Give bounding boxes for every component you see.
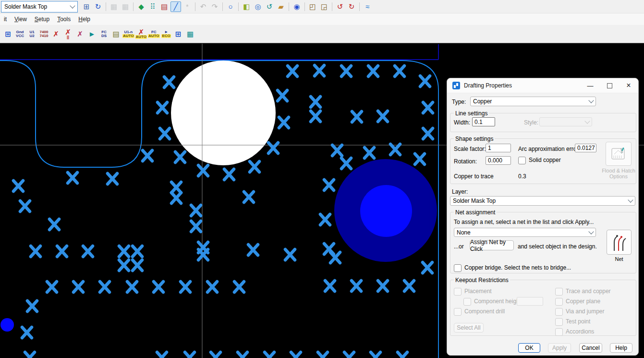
rotate-icon[interactable]: ↺ [264, 1, 275, 12]
arc-error-input[interactable]: 0.0127 [575, 144, 596, 152]
solid-copper-checkbox[interactable]: Solid copper [518, 157, 561, 164]
gnd-vcc-icon[interactable]: GndVCC [14, 28, 25, 40]
x-auto-icon[interactable]: ✗AUTO [135, 28, 147, 40]
placement-label: Placement [464, 288, 492, 295]
net-button[interactable] [607, 230, 632, 255]
chevron-down-icon [628, 197, 633, 202]
checkbox-icon [454, 308, 462, 316]
menu-view[interactable]: View [11, 14, 31, 24]
or-label: ...or [454, 243, 464, 250]
net-combo[interactable]: None [454, 228, 596, 237]
assign-net-by-click-button[interactable]: Assign Net by Click [470, 240, 514, 250]
menu-edit-partial[interactable]: it [0, 14, 11, 24]
restore-state-icon[interactable]: ▦ [120, 1, 131, 12]
fc-ds-icon[interactable]: FCDS [98, 28, 109, 40]
eco-icon[interactable]: ►ECO [161, 28, 172, 40]
table-icon[interactable]: ▦ [185, 28, 196, 40]
snap-grid-icon[interactable]: * [182, 1, 193, 12]
solid-copper-label: Solid copper [529, 157, 561, 163]
accordions-checkbox[interactable]: Accordions [555, 328, 594, 336]
zoom-selection-icon[interactable]: ◎ [253, 1, 263, 12]
grid-plus-icon[interactable]: ⊞ [173, 28, 184, 40]
sphere-icon[interactable]: ◉ [292, 1, 302, 12]
window-tile-icon[interactable]: ◲ [319, 1, 329, 12]
type-combo[interactable]: Copper [470, 97, 596, 106]
scale-factor-input[interactable]: 1 [486, 144, 511, 152]
width-input[interactable]: 0.1 [472, 117, 495, 126]
net-instruction-text: To assign a net, select a net in the lis… [454, 219, 594, 225]
rotation-label: Rotation: [454, 158, 477, 165]
accordions-label: Accordions [566, 328, 594, 335]
fc-auto-icon[interactable]: FCAUTO [148, 28, 160, 40]
ok-button[interactable]: OK [518, 343, 540, 353]
maximize-button[interactable] [600, 78, 619, 93]
layers-icon[interactable]: ▤ [159, 1, 170, 12]
component-icon[interactable]: ◆ [136, 1, 146, 12]
net-assignment-label: Net assignment [454, 209, 497, 216]
flood-hatch-button [606, 142, 632, 166]
delete-net-icon[interactable]: ✗ [50, 28, 61, 40]
copper-plane-label: Copper plane [566, 298, 600, 305]
checkbox-icon [555, 308, 563, 316]
7400-7410-icon[interactable]: 74007410 [38, 28, 49, 40]
place-line-icon[interactable]: ╱ [170, 1, 181, 12]
cancel-button[interactable]: Cancel [579, 343, 602, 353]
style-label: Style: [524, 119, 538, 126]
width-value: 0.1 [474, 119, 483, 125]
measure-q2-icon[interactable]: ↻ [346, 1, 357, 12]
layer-combo[interactable]: Solder Mask Top [450, 196, 635, 206]
u1n-auto-icon[interactable]: U1-nAUTO [122, 28, 134, 40]
connection-manager-icon[interactable]: ≈ [362, 1, 373, 12]
net-grid-add-icon[interactable]: ⊞ [2, 28, 13, 40]
chevron-down-icon [584, 118, 590, 123]
layer-combo-value: Solder Mask Top [453, 198, 496, 204]
maximize-icon [607, 83, 612, 88]
menu-bar: itViewSetupToolsHelp [0, 13, 644, 25]
trace-copper-checkbox[interactable]: Trace and copper [555, 288, 611, 296]
menu-help[interactable]: Help [74, 14, 94, 24]
component-height-input [517, 297, 543, 306]
minimize-button[interactable]: — [581, 78, 600, 93]
save-state-icon[interactable]: ▦ [109, 1, 119, 12]
via-inner [360, 185, 412, 237]
component-wrench-icon[interactable]: ▤ [110, 28, 122, 40]
toolbar-separator [289, 2, 289, 11]
rotation-input[interactable]: 0.000 [486, 156, 511, 165]
pattern-properties-icon[interactable]: ⊞ [81, 1, 92, 12]
keepout-label: Keepout Restrictions [454, 277, 510, 284]
chevron-down-icon [588, 98, 594, 103]
checkbox-icon [555, 298, 563, 306]
ratsnest-icon[interactable]: ⠿ [147, 1, 158, 12]
flood-hatch-caption: Flood & Hatch Options [602, 168, 635, 179]
window-cascade-icon[interactable]: ◰ [307, 1, 318, 12]
copper-to-trace-label: Copper to trace [454, 173, 494, 180]
redo-icon[interactable]: ↷ [209, 1, 220, 12]
brush-icon[interactable]: ▰ [276, 1, 286, 12]
app-logo-icon [452, 82, 460, 89]
component-height-checkbox[interactable]: Component height [463, 298, 521, 306]
help-button[interactable]: Help [610, 343, 632, 353]
test-point-checkbox[interactable]: Test point [555, 318, 590, 326]
component-drill-label: Component drill [464, 308, 505, 315]
shape-settings-label: Shape settings [454, 136, 495, 142]
u1-u2-icon[interactable]: U1U2 [26, 28, 37, 40]
measure-q1-icon[interactable]: ↺ [335, 1, 345, 12]
delete-nets-dots-icon[interactable]: ✗⣿ [62, 28, 73, 40]
menu-setup[interactable]: Setup [31, 14, 53, 24]
layer-select-combo[interactable]: Solder Mask Top [1, 1, 78, 12]
menu-tools[interactable]: Tools [53, 14, 74, 24]
copper-plane-checkbox[interactable]: Copper plane [555, 298, 600, 306]
close-button[interactable]: × [619, 78, 638, 93]
placement-checkbox[interactable]: Placement [454, 288, 492, 296]
route-arrow-icon[interactable]: ► [86, 28, 97, 40]
chevron-down-icon [588, 229, 594, 234]
copper-bridge-checkbox[interactable]: Copper bridge. Select the nets to bridge… [454, 264, 571, 272]
via-jumper-checkbox[interactable]: Via and jumper [555, 308, 605, 316]
delete-net-blue-icon[interactable]: ✗ [74, 28, 85, 40]
measure-card-icon[interactable]: ◧ [241, 1, 252, 12]
component-drill-checkbox[interactable]: Component drill [454, 308, 505, 316]
undo-icon[interactable]: ↶ [198, 1, 208, 12]
zoom-icon[interactable]: ○ [225, 1, 236, 12]
dialog-titlebar[interactable]: Drafting Properties — × [447, 78, 638, 93]
update-icon[interactable]: ↻ [93, 1, 103, 12]
